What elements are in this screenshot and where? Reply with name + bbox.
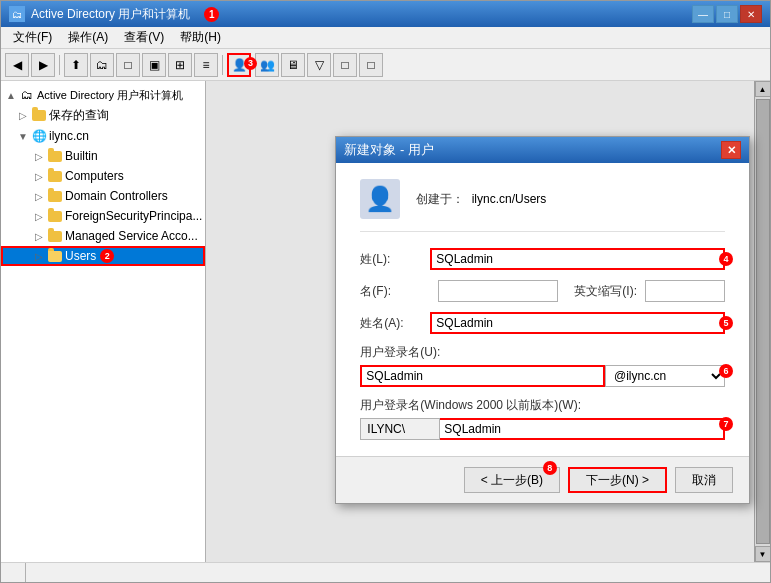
badge-4: 4 <box>719 252 733 266</box>
prewin2k-label: 用户登录名(Windows 2000 以前版本)(W): <box>360 397 725 414</box>
logon-section: 用户登录名(U): @ilync.cn 6 <box>360 344 725 387</box>
tree-expand-computers: ▷ <box>33 170 45 182</box>
fullname-input[interactable] <box>430 312 725 334</box>
minimize-button[interactable]: — <box>692 5 714 23</box>
toolbar-b5[interactable]: 👥 <box>255 53 279 77</box>
badge-6: 6 <box>719 364 733 378</box>
content-area: ▲ 🗂 Active Directory 用户和计算机 ▷ 保存的查询 ▼ 🌐 … <box>1 81 770 562</box>
modal-dialog: 新建对象 - 用户 ✕ 👤 创建于： ilync.cn/Users <box>335 136 750 504</box>
modal-footer: 8 < 上一步(B) 下一步(N) > 取消 <box>336 456 749 503</box>
prewin2k-prefix: ILYNC\ <box>360 418 440 440</box>
prewin2k-row: ILYNC\ <box>360 418 725 440</box>
sidebar-item-saved-queries[interactable]: ▷ 保存的查询 <box>1 105 205 126</box>
prewin2k-input[interactable] <box>440 418 725 440</box>
domain-icon: 🌐 <box>31 128 47 144</box>
modal-close-button[interactable]: ✕ <box>721 141 741 159</box>
maximize-button[interactable]: □ <box>716 5 738 23</box>
toolbar-forward[interactable]: ▶ <box>31 53 55 77</box>
tree-expand-domain: ▼ <box>17 130 29 142</box>
sidebar-item-domain-controllers[interactable]: ▷ Domain Controllers <box>1 186 205 206</box>
toolbar-show-tree[interactable]: 🗂 <box>90 53 114 77</box>
fullname-row: 姓名(A): 5 <box>360 312 725 334</box>
title-bar: 🗂 Active Directory 用户和计算机 1 — □ ✕ <box>1 1 770 27</box>
toolbar-b2[interactable]: ▣ <box>142 53 166 77</box>
sidebar-item-builtin[interactable]: ▷ Builtin <box>1 146 205 166</box>
sidebar-item-fsp[interactable]: ▷ ForeignSecurityPrincipa... <box>1 206 205 226</box>
title-controls: — □ ✕ <box>692 5 762 23</box>
toolbar-up[interactable]: ⬆ <box>64 53 88 77</box>
sidebar: ▲ 🗂 Active Directory 用户和计算机 ▷ 保存的查询 ▼ 🌐 … <box>1 81 206 562</box>
tree-expand-sq: ▷ <box>17 110 29 122</box>
sidebar-item-label-fsp: ForeignSecurityPrincipa... <box>65 209 202 223</box>
tree-expand-dc: ▷ <box>33 190 45 202</box>
title-bar-left: 🗂 Active Directory 用户和计算机 1 <box>9 6 219 23</box>
sidebar-item-msa[interactable]: ▷ Managed Service Acco... <box>1 226 205 246</box>
abbr-label: 英文缩写(I): <box>574 283 637 300</box>
modal-location: 创建于： ilync.cn/Users <box>416 191 550 208</box>
logon-domain-select[interactable]: @ilync.cn <box>605 365 725 387</box>
toolbar-b3[interactable]: ⊞ <box>168 53 192 77</box>
root-icon: 🗂 <box>19 87 35 103</box>
badge-5: 5 <box>719 316 733 330</box>
window-title: Active Directory 用户和计算机 <box>31 6 190 23</box>
toolbar-b8[interactable]: □ <box>359 53 383 77</box>
cancel-button[interactable]: 取消 <box>675 467 733 493</box>
toolbar-sep-2 <box>222 55 223 75</box>
toolbar-b4[interactable]: ≡ <box>194 53 218 77</box>
location-value: ilync.cn/Users <box>472 192 547 206</box>
fullname-label: 姓名(A): <box>360 315 430 332</box>
toolbar-b1[interactable]: □ <box>116 53 140 77</box>
sidebar-item-label-domain: ilync.cn <box>49 129 89 143</box>
sidebar-item-label-users: Users <box>65 249 96 263</box>
status-bar <box>1 562 770 582</box>
modal-header: 👤 创建于： ilync.cn/Users <box>360 179 725 232</box>
logon-row: @ilync.cn <box>360 365 725 387</box>
right-panel: ▲ ▼ 新建对象 - 用户 ✕ 👤 <box>206 81 770 562</box>
sidebar-item-label-saved-queries: 保存的查询 <box>49 107 109 124</box>
menu-file[interactable]: 文件(F) <box>5 27 60 48</box>
sidebar-item-users[interactable]: ▷ Users 2 <box>1 246 205 266</box>
tree-expand-msa: ▷ <box>33 230 45 242</box>
menu-view[interactable]: 查看(V) <box>116 27 172 48</box>
lastname-row: 姓(L): 4 <box>360 248 725 270</box>
toolbar-back[interactable]: ◀ <box>5 53 29 77</box>
tree-expand-users: ▷ <box>33 250 45 262</box>
menu-action[interactable]: 操作(A) <box>60 27 116 48</box>
badge-3: 3 <box>244 57 257 70</box>
badge-1: 1 <box>196 7 219 22</box>
lastname-label: 姓(L): <box>360 251 430 268</box>
builtin-icon <box>47 148 63 164</box>
sidebar-item-computers[interactable]: ▷ Computers <box>1 166 205 186</box>
status-section <box>9 563 26 582</box>
menu-bar: 文件(F) 操作(A) 查看(V) 帮助(H) <box>1 27 770 49</box>
sidebar-item-root[interactable]: ▲ 🗂 Active Directory 用户和计算机 <box>1 85 205 105</box>
window-icon: 🗂 <box>9 6 25 22</box>
sidebar-item-label-builtin: Builtin <box>65 149 98 163</box>
abbr-input[interactable] <box>645 280 725 302</box>
firstname-label: 名(F): <box>360 283 430 300</box>
toolbar-b7[interactable]: □ <box>333 53 357 77</box>
toolbar-b6[interactable]: 🖥 <box>281 53 305 77</box>
modal-title: 新建对象 - 用户 <box>344 141 434 159</box>
next-button[interactable]: 下一步(N) > <box>568 467 667 493</box>
prewin2k-section: 用户登录名(Windows 2000 以前版本)(W): ILYNC\ 7 <box>360 397 725 440</box>
sidebar-item-domain[interactable]: ▼ 🌐 ilync.cn <box>1 126 205 146</box>
lastname-input[interactable] <box>430 248 725 270</box>
msa-icon <box>47 228 63 244</box>
users-icon <box>47 248 63 264</box>
badge-7: 7 <box>719 417 733 431</box>
computers-icon <box>47 168 63 184</box>
sidebar-item-label-computers: Computers <box>65 169 124 183</box>
badge-8: 8 <box>543 461 557 475</box>
tree-expand-fsp: ▷ <box>33 210 45 222</box>
user-avatar: 👤 <box>360 179 400 219</box>
toolbar-filter[interactable]: ▽ <box>307 53 331 77</box>
menu-help[interactable]: 帮助(H) <box>172 27 229 48</box>
logon-input[interactable] <box>360 365 605 387</box>
tree-expand-root: ▲ <box>5 89 17 101</box>
saved-queries-icon <box>31 108 47 124</box>
close-button[interactable]: ✕ <box>740 5 762 23</box>
firstname-input[interactable] <box>438 280 558 302</box>
main-window: 🗂 Active Directory 用户和计算机 1 — □ ✕ 文件(F) … <box>0 0 771 583</box>
toolbar: ◀ ▶ ⬆ 🗂 □ ▣ ⊞ ≡ 👤 3 👥 🖥 ▽ □ □ <box>1 49 770 81</box>
